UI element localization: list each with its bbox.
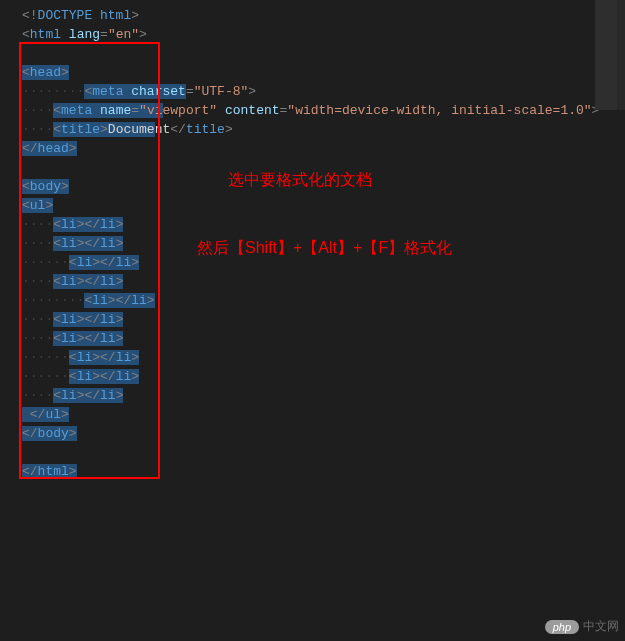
code-line [22, 44, 595, 63]
code-line: ······<li></li> [22, 367, 595, 386]
code-line: <head> [22, 63, 595, 82]
watermark-badge: php [545, 620, 579, 634]
code-line: ········<meta charset="UTF-8"> [22, 82, 595, 101]
code-line: ····<title>Document</title> [22, 120, 595, 139]
code-line: ·</ul> [22, 405, 595, 424]
code-line: </head> [22, 139, 595, 158]
code-line: ····<li></li> [22, 310, 595, 329]
code-line: <!DOCTYPE html> [22, 6, 595, 25]
code-line: ····<li></li> [22, 386, 595, 405]
annotation-text-2: 然后【Shift】+【Alt】+【F】格式化 [197, 238, 452, 259]
minimap-slider[interactable] [595, 0, 625, 110]
code-line: <html lang="en"> [22, 25, 595, 44]
code-line: <ul> [22, 196, 595, 215]
annotation-text-1: 选中要格式化的文档 [228, 170, 372, 191]
code-line: </body> [22, 424, 595, 443]
watermark: php 中文网 [545, 618, 619, 635]
code-line: </html> [22, 462, 595, 481]
code-line: ········<li></li> [22, 291, 595, 310]
code-line: ····<li></li> [22, 215, 595, 234]
code-line [22, 443, 595, 462]
code-line: ······<li></li> [22, 348, 595, 367]
code-line: ····<li></li> [22, 272, 595, 291]
code-line: ····<li></li> [22, 329, 595, 348]
code-line: ····<meta name="viewport" content="width… [22, 101, 595, 120]
watermark-text: 中文网 [583, 618, 619, 635]
